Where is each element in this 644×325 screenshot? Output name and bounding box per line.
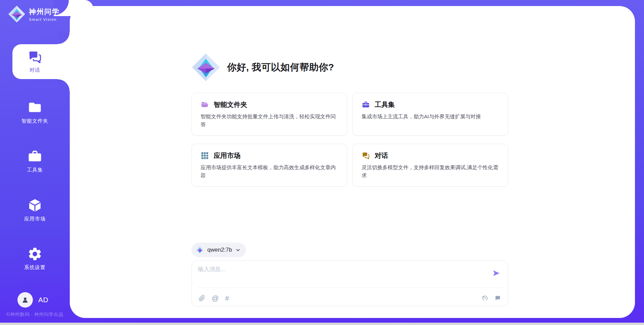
send-icon[interactable] (492, 269, 501, 278)
sidebar: 神州问学 Smart Vision 对话 智能文件夹 工具集 应用市场 系统设置… (0, 0, 70, 325)
main-content: 你好, 我可以如何帮助你? 智能文件夹 智能文件夹功能支持批量文件上传与清洗，轻… (192, 6, 508, 306)
gear-icon (27, 246, 43, 262)
copyright-footer: ©神州数码 · 神州问学出品 (0, 312, 70, 318)
horizontal-scrollbar[interactable] (0, 323, 644, 325)
sidebar-item-chat[interactable]: 对话 (0, 50, 70, 73)
card-description: 集成市场上主流工具，助力AI与外界无缝扩展与对接 (362, 113, 499, 121)
folder-icon (27, 100, 43, 115)
sidebar-item-label: 智能文件夹 (21, 118, 48, 124)
briefcase-icon (362, 101, 370, 109)
paperclip-icon (199, 295, 205, 302)
sidebar-item-label: 工具集 (27, 167, 43, 173)
user-name: AD (38, 296, 48, 304)
chat-bubble-icon (494, 295, 501, 302)
greeting: 你好, 我可以如何帮助你? (192, 53, 508, 82)
cube-icon (27, 198, 43, 213)
card-title: 应用市场 (214, 151, 240, 160)
app-subtitle: Smart Vision (29, 17, 60, 21)
sidebar-item-label: 对话 (30, 67, 40, 73)
composer-tools-right (482, 295, 501, 302)
feature-cards: 智能文件夹 智能文件夹功能支持批量文件上传与清洗，轻松实现文件问答 工具集 集成… (192, 93, 508, 187)
card-title: 工具集 (375, 100, 395, 109)
card-description: 应用市场提供丰富长文本模板，助力高效生成多样化文章内容 (201, 164, 338, 180)
app-logo-diamond-icon (8, 5, 25, 23)
history-button[interactable] (482, 295, 488, 302)
tab-fillet-bottom (58, 79, 70, 91)
app-logo: 神州问学 Smart Vision (8, 5, 60, 23)
chat-icon (28, 50, 42, 64)
at-icon: @ (212, 294, 219, 302)
model-name: qwen2:7b (207, 247, 232, 253)
folder-icon (201, 101, 209, 109)
card-chat[interactable]: 对话 灵活切换多模型文件，支持多样回复效果调试,满足个性化需求 (353, 144, 508, 187)
message-input[interactable] (198, 265, 470, 284)
avatar (17, 292, 33, 308)
composer-tools-left: @ # (199, 295, 229, 302)
sidebar-item-app-market[interactable]: 应用市场 (0, 198, 70, 222)
model-logo-icon (196, 246, 204, 254)
sidebar-item-toolset[interactable]: 工具集 (0, 149, 70, 173)
message-composer: @ # (192, 260, 508, 306)
sidebar-item-label: 应用市场 (24, 216, 46, 222)
conversation-button[interactable] (494, 295, 501, 302)
sidebar-item-label: 系统设置 (24, 264, 46, 271)
chevron-down-icon (235, 248, 240, 253)
app-name: 神州问学 (29, 7, 60, 16)
hash-icon: # (225, 294, 229, 302)
card-description: 灵活切换多模型文件，支持多样回复效果调试,满足个性化需求 (362, 164, 499, 180)
greeting-diamond-icon (192, 53, 220, 82)
attach-button[interactable] (199, 295, 205, 302)
card-title: 智能文件夹 (214, 100, 247, 109)
card-description: 智能文件夹功能支持批量文件上传与清洗，轻松实现文件问答 (201, 113, 338, 129)
card-smart-folder[interactable]: 智能文件夹 智能文件夹功能支持批量文件上传与清洗，轻松实现文件问答 (192, 93, 347, 136)
mention-button[interactable]: @ (212, 295, 219, 302)
composer-divider (197, 287, 502, 288)
person-icon (21, 296, 30, 304)
greeting-title: 你好, 我可以如何帮助你? (227, 61, 334, 74)
chat-icon (362, 151, 370, 160)
grid-icon (201, 151, 209, 160)
card-app-market[interactable]: 应用市场 应用市场提供丰富长文本模板，助力高效生成多样化文章内容 (192, 144, 347, 187)
tab-fillet-top (58, 32, 70, 44)
model-selector[interactable]: qwen2:7b (192, 243, 246, 257)
history-icon (482, 295, 488, 302)
card-title: 对话 (375, 151, 388, 160)
sidebar-item-smart-folder[interactable]: 智能文件夹 (0, 100, 70, 124)
card-toolset[interactable]: 工具集 集成市场上主流工具，助力AI与外界无缝扩展与对接 (353, 93, 508, 136)
briefcase-icon (27, 149, 43, 164)
sidebar-item-settings[interactable]: 系统设置 (0, 246, 70, 271)
user-profile[interactable]: AD (17, 292, 48, 308)
topic-button[interactable]: # (225, 295, 229, 302)
